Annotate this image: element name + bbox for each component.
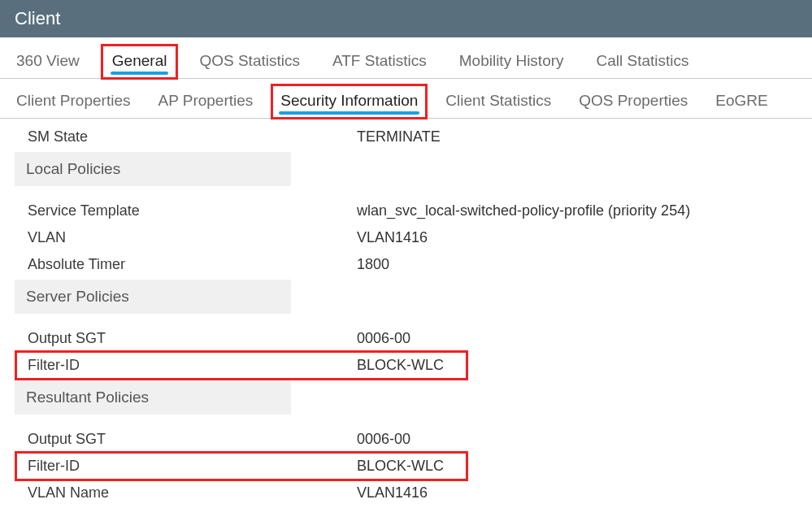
tab-360-view[interactable]: 360 View (15, 37, 81, 78)
section-local-policies: Local Policies (15, 152, 291, 186)
label-filter-id: Filter-ID (28, 357, 357, 374)
subtab-qos-properties[interactable]: QOS Properties (577, 80, 689, 118)
value-output-sgt: 0006-00 (357, 330, 410, 347)
subtab-client-statistics[interactable]: Client Statistics (444, 80, 553, 118)
label-filter-id-resultant: Filter-ID (28, 458, 357, 475)
label-output-sgt: Output SGT (28, 330, 357, 347)
tab-atf-statistics[interactable]: ATF Statistics (331, 37, 428, 78)
tab-general[interactable]: General (111, 37, 169, 78)
value-vlan-name: VLAN1416 (357, 484, 428, 501)
label-service-template: Service Template (28, 202, 357, 219)
section-resultant-policies: Resultant Policies (15, 380, 291, 415)
value-vlan: VLAN1416 (357, 229, 428, 246)
security-info-panel: SM State TERMINATE Local Policies Servic… (0, 119, 812, 508)
row-output-sgt-resultant: Output SGT 0006-00 (15, 426, 797, 453)
tab-call-statistics[interactable]: Call Statistics (595, 37, 691, 78)
label-output-sgt-resultant: Output SGT (28, 431, 357, 448)
value-output-sgt-resultant: 0006-00 (357, 431, 410, 448)
section-server-policies: Server Policies (15, 280, 291, 314)
row-sm-state: SM State TERMINATE (15, 124, 797, 150)
row-filter-id-resultant: Filter-ID BLOCK-WLC (15, 453, 797, 480)
label-vlan-name: VLAN Name (28, 484, 357, 501)
tab-mobility-history[interactable]: Mobility History (458, 37, 566, 78)
row-output-sgt-server: Output SGT 0006-00 (15, 325, 797, 352)
primary-tabs: 360 View General QOS Statistics ATF Stat… (0, 37, 812, 79)
row-vlan: VLAN VLAN1416 (15, 224, 797, 251)
row-service-template: Service Template wlan_svc_local-switched… (15, 198, 797, 224)
page-title: Client (15, 8, 60, 28)
row-absolute-timer: Absolute Timer 1800 (15, 251, 797, 278)
label-absolute-timer: Absolute Timer (28, 256, 357, 273)
tab-qos-statistics[interactable]: QOS Statistics (198, 37, 302, 78)
secondary-tabs: Client Properties AP Properties Security… (0, 80, 812, 119)
row-vlan-name: VLAN Name VLAN1416 (15, 480, 797, 506)
value-filter-id-resultant: BLOCK-WLC (357, 458, 444, 475)
subtab-security-information[interactable]: Security Information (279, 80, 419, 118)
value-absolute-timer: 1800 (357, 256, 389, 273)
label-vlan: VLAN (28, 229, 357, 246)
row-filter-id-server: Filter-ID BLOCK-WLC (15, 352, 797, 379)
value-sm-state: TERMINATE (357, 128, 441, 145)
label-sm-state: SM State (28, 128, 357, 145)
subtab-eogre[interactable]: EoGRE (714, 80, 769, 118)
value-service-template: wlan_svc_local-switched-policy-profile (… (357, 202, 690, 219)
subtab-ap-properties[interactable]: AP Properties (156, 80, 254, 118)
subtab-client-properties[interactable]: Client Properties (15, 80, 132, 118)
page-title-bar: Client (0, 0, 812, 37)
value-filter-id: BLOCK-WLC (357, 357, 444, 374)
